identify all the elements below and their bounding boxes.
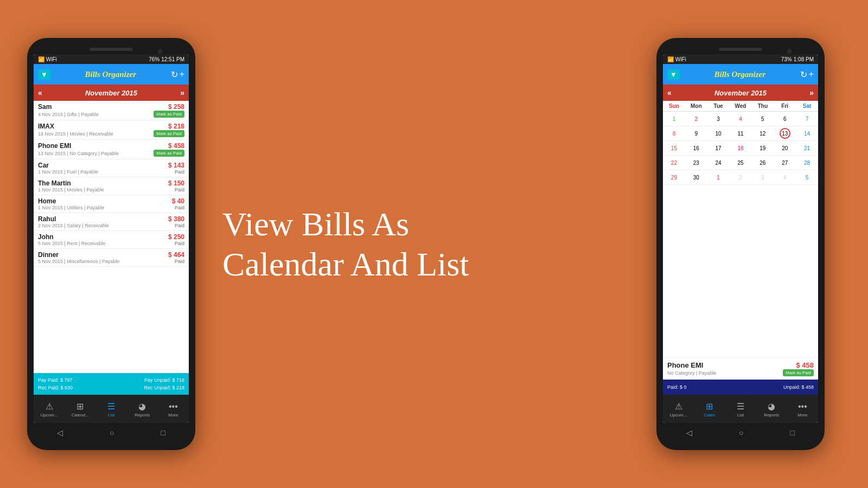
next-month-left[interactable]: » [180,88,184,97]
nav-more-left[interactable]: ••• More [162,402,184,418]
cal-day-5[interactable]: 5 [751,112,774,126]
nav-more-label-left: More [168,413,178,418]
bill-amount-dinner: $ 464 [168,251,184,259]
cal-day-16[interactable]: 16 [685,141,707,155]
pay-paid: Pay Paid: $ 797 [38,376,73,384]
bill-item-rahul[interactable]: Rahul $ 380 2 Nov 2015 | Salary | Receiv… [34,213,189,231]
recents-btn-right[interactable]: □ [790,428,795,437]
nav-upcoming-left[interactable]: ⚠ Upcom... [39,401,60,418]
cal-day-1[interactable]: 1 [663,112,685,126]
phone-speaker-left [90,48,133,51]
reports-icon-right: ◕ [768,401,775,412]
cal-day-28[interactable]: 28 [796,156,818,170]
cal-day-24[interactable]: 24 [707,156,730,170]
bill-item-sam[interactable]: Sam $ 258 4 Nov 2015 | Gifts | Payable M… [34,101,189,120]
nav-list-left[interactable]: ☰ List [100,401,122,418]
selected-bill-name: Phone EMI [667,361,703,369]
mark-paid-imax[interactable]: Mark as Paid [154,130,184,137]
bill-item-phoneemi[interactable]: Phone EMI $ 458 13 Nov 2015 | No Categor… [34,140,189,159]
refresh-icon-right[interactable]: ↻ [800,69,807,80]
cal-day-7[interactable]: 7 [796,112,818,126]
cal-day-27[interactable]: 27 [774,156,796,170]
selected-bill-row: Phone EMI $ 458 [667,361,814,369]
cal-day-11[interactable]: 11 [730,126,752,140]
bill-item-car[interactable]: Car $ 143 1 Nov 2015 | Fuel | Payable Pa… [34,159,189,177]
bill-status-john: Paid [175,241,184,246]
add-icon-right[interactable]: + [809,69,814,79]
cal-day-6[interactable]: 6 [774,112,796,126]
cal-unpaid: Unpaid: $ 458 [783,384,814,390]
nav-reports-left[interactable]: ◕ Reports [131,401,153,418]
cal-day-2[interactable]: 2 [685,112,707,126]
filter-icon-left[interactable]: ▼ [38,69,50,80]
nav-reports-right[interactable]: ◕ Reports [761,401,782,418]
cal-day-8[interactable]: 8 [663,126,685,140]
bill-item-home[interactable]: Home $ 40 1 Nov 2015 | Utilities | Payab… [34,195,189,213]
cal-day-29[interactable]: 29 [663,170,685,184]
bill-meta-home: 1 Nov 2015 | Utilities | Payable [38,205,104,210]
home-btn-left[interactable]: ○ [110,428,114,437]
status-left-icons: 📶 WiFi [38,56,57,62]
cal-day-18[interactable]: 18 [730,141,752,155]
cal-day-next-4[interactable]: 4 [774,170,796,184]
mark-paid-phoneemi[interactable]: Mark as Paid [154,150,184,157]
bill-item-dinner[interactable]: Dinner $ 464 5 Nov 2015 | Miscellaneous … [34,249,189,267]
bill-item-john[interactable]: John $ 250 5 Nov 2015 | Rent | Receivabl… [34,231,189,249]
refresh-icon-left[interactable]: ↻ [171,69,178,80]
cal-week-5: 29 30 1 2 3 4 5 [663,170,818,185]
cal-day-15[interactable]: 15 [663,141,685,155]
prev-month-right[interactable]: « [667,88,672,97]
cal-day-13[interactable]: 13 [774,126,796,140]
mark-paid-selected[interactable]: Mark as Paid [783,369,814,376]
nav-more-label-right: More [797,413,807,418]
cal-day-26[interactable]: 26 [751,156,774,170]
phone-camera-left [157,49,163,54]
cal-day-next-1[interactable]: 1 [707,170,730,184]
prev-month-left[interactable]: « [38,88,42,97]
cal-day-20[interactable]: 20 [774,141,796,155]
cal-day-30[interactable]: 30 [685,170,707,184]
back-btn-right[interactable]: ◁ [686,428,692,437]
cal-day-10[interactable]: 10 [707,126,730,140]
bill-amount-sam: $ 258 [168,103,184,111]
filter-icon-right[interactable]: ▼ [667,69,680,80]
cal-day-22[interactable]: 22 [663,156,685,170]
next-month-right[interactable]: » [809,88,814,97]
bill-item-imax[interactable]: IMAX $ 218 18 Nov 2015 | Movies | Receiv… [34,120,189,140]
nav-list-right[interactable]: ☰ List [730,401,751,418]
cal-day-23[interactable]: 23 [685,156,707,170]
cal-day-next-2[interactable]: 2 [730,170,752,184]
cal-day-9[interactable]: 9 [685,126,707,140]
nav-calendar-left[interactable]: ⊞ Calend... [69,401,91,418]
bill-amount-john: $ 250 [168,233,184,241]
cal-day-next-3[interactable]: 3 [751,170,774,184]
reports-icon-left: ◕ [138,401,146,412]
cal-day-12[interactable]: 12 [751,126,774,140]
add-icon-left[interactable]: + [180,69,184,79]
app-header-right: ▼ Bills Organizer ↻ + [663,64,818,85]
cal-day-14[interactable]: 14 [796,126,818,140]
cal-day-25[interactable]: 25 [730,156,752,170]
bill-meta-martin: 1 Nov 2015 | Movies | Payable [38,187,104,192]
cal-day-4[interactable]: 4 [730,112,752,126]
cal-day-19[interactable]: 19 [751,141,774,155]
status-right-info: 76% 12:51 PM [149,56,184,62]
nav-upcoming-right[interactable]: ⚠ Upcom... [668,401,690,418]
bill-name-martin: The Martin [38,179,71,187]
home-btn-right[interactable]: ○ [739,428,743,437]
cal-hdr-fri: Fri [774,101,796,111]
mark-paid-sam[interactable]: Mark as Paid [154,111,184,118]
summary-right: Pay Unpaid: $ 716 Rec Unpaid: $ 218 [144,376,184,392]
bill-meta-john: 5 Nov 2015 | Rent | Receivable [38,241,105,246]
recents-btn-left[interactable]: □ [161,428,165,437]
nav-calendar-right[interactable]: ⊞ Calen [699,401,720,418]
bill-item-martin[interactable]: The Martin $ 150 1 Nov 2015 | Movies | P… [34,177,189,195]
selected-bill-info: Phone EMI $ 458 No Category | Payable Ma… [663,357,818,380]
nav-more-right[interactable]: ••• More [792,402,813,418]
time-right: 1:08 PM [794,56,814,62]
cal-day-21[interactable]: 21 [796,141,818,155]
cal-day-next-5[interactable]: 5 [796,170,818,184]
cal-day-3[interactable]: 3 [707,112,730,126]
back-btn-left[interactable]: ◁ [57,428,63,437]
cal-day-17[interactable]: 17 [707,141,730,155]
